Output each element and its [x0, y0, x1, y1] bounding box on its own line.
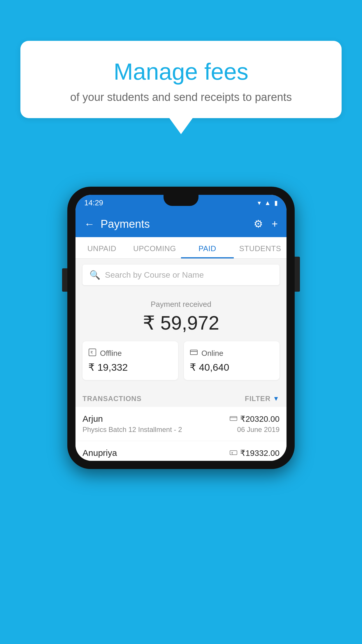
- transaction-amount-anupriya: ₹19332.00: [240, 448, 280, 458]
- header-title: Payments: [101, 218, 150, 230]
- filter-button[interactable]: FILTER ▼: [245, 395, 280, 403]
- tab-students[interactable]: STUDENTS: [234, 237, 287, 258]
- battery-icon: ▮: [274, 199, 278, 207]
- online-card: Online ₹ 40,640: [184, 341, 280, 380]
- add-icon[interactable]: +: [272, 218, 278, 230]
- tab-paid[interactable]: PAID: [181, 237, 234, 258]
- payment-cards: ₹ Offline ₹ 19,332: [82, 341, 280, 380]
- transaction-card-icon-arjun: [230, 414, 237, 424]
- transaction-top-arjun: Arjun ₹20320.00: [82, 414, 280, 424]
- transaction-date-arjun: 06 June 2019: [237, 426, 280, 434]
- tabs-container: UNPAID UPCOMING PAID STUDENTS: [75, 237, 287, 259]
- phone-outer: 14:29 ▾ ▲ ▮ ← Payments ⚙ +: [67, 187, 295, 469]
- payment-total: ₹ 59,972: [82, 312, 280, 334]
- transaction-card-icon-anupriya: ₹: [230, 449, 237, 458]
- transaction-amount-wrap-anupriya: ₹ ₹19332.00: [230, 448, 280, 458]
- svg-rect-4: [230, 416, 237, 421]
- online-amount: ₹ 40,640: [190, 361, 274, 373]
- transaction-row-arjun[interactable]: Arjun ₹20320.00 Physics Batch 12 Install…: [75, 407, 287, 441]
- phone-mockup: 14:29 ▾ ▲ ▮ ← Payments ⚙ +: [67, 187, 295, 469]
- transactions-label: TRANSACTIONS: [82, 395, 142, 403]
- transaction-course-arjun: Physics Batch 12 Installment - 2: [82, 426, 182, 434]
- transaction-amount-arjun: ₹20320.00: [240, 414, 280, 424]
- search-input[interactable]: Search by Course or Name: [105, 270, 204, 280]
- status-icons: ▾ ▲ ▮: [258, 199, 278, 207]
- transaction-bottom-arjun: Physics Batch 12 Installment - 2 06 June…: [82, 426, 280, 434]
- transaction-top-anupriya: Anupriya ₹ ₹19332.00: [82, 448, 280, 458]
- transaction-name-arjun: Arjun: [82, 414, 103, 424]
- signal-icon: ▲: [264, 199, 271, 207]
- filter-icon: ▼: [273, 395, 280, 402]
- online-card-header: Online: [190, 348, 274, 358]
- settings-icon[interactable]: ⚙: [254, 218, 263, 230]
- offline-card: ₹ Offline ₹ 19,332: [82, 341, 178, 380]
- speech-bubble-arrow: [169, 118, 193, 134]
- speech-bubble-subtitle: of your students and send receipts to pa…: [41, 91, 321, 104]
- wifi-icon: ▾: [258, 199, 261, 207]
- payment-summary: Payment received ₹ 59,972 ₹: [75, 291, 287, 389]
- tab-unpaid[interactable]: UNPAID: [75, 237, 128, 258]
- tab-upcoming[interactable]: UPCOMING: [128, 237, 181, 258]
- online-label: Online: [201, 349, 223, 358]
- svg-text:₹: ₹: [231, 452, 233, 455]
- speech-bubble-section: Manage fees of your students and send re…: [20, 41, 342, 134]
- offline-icon: ₹: [88, 348, 96, 358]
- phone-screen: 14:29 ▾ ▲ ▮ ← Payments ⚙ +: [75, 195, 287, 461]
- transactions-header: TRANSACTIONS FILTER ▼: [75, 389, 287, 407]
- header-left: ← Payments: [84, 218, 150, 230]
- offline-card-header: ₹ Offline: [88, 348, 172, 358]
- search-container: 🔍 Search by Course or Name: [75, 259, 287, 291]
- app-header: ← Payments ⚙ +: [75, 211, 287, 237]
- offline-amount: ₹ 19,332: [88, 361, 172, 373]
- svg-rect-2: [190, 350, 197, 355]
- online-icon: [190, 348, 198, 358]
- speech-bubble: Manage fees of your students and send re…: [20, 41, 342, 118]
- search-bar[interactable]: 🔍 Search by Course or Name: [82, 265, 280, 285]
- transaction-row-anupriya[interactable]: Anupriya ₹ ₹19332.00: [75, 441, 287, 461]
- speech-bubble-title: Manage fees: [41, 58, 321, 85]
- back-button[interactable]: ←: [84, 218, 95, 230]
- notch: [164, 195, 198, 206]
- header-right: ⚙ +: [254, 218, 278, 230]
- payment-received-label: Payment received: [82, 300, 280, 309]
- filter-text: FILTER: [245, 395, 270, 403]
- offline-label: Offline: [100, 349, 122, 358]
- search-icon: 🔍: [89, 270, 100, 280]
- svg-text:₹: ₹: [90, 350, 93, 355]
- status-bar: 14:29 ▾ ▲ ▮: [75, 195, 287, 211]
- transaction-name-anupriya: Anupriya: [82, 448, 117, 458]
- transaction-amount-wrap-arjun: ₹20320.00: [230, 414, 280, 424]
- status-time: 14:29: [84, 198, 103, 207]
